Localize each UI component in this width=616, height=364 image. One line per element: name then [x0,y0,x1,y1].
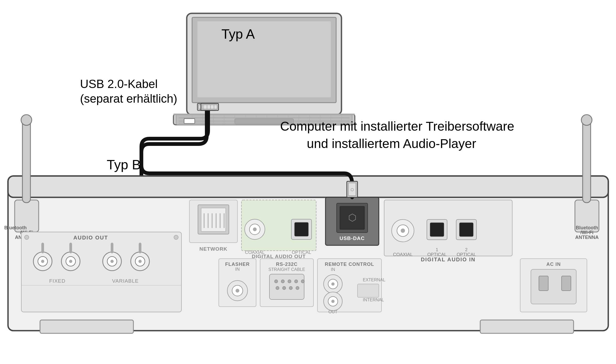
svg-rect-152 [347,181,357,197]
svg-point-60 [110,260,114,263]
svg-text:ANTENNA: ANTENNA [575,235,599,240]
svg-rect-30 [137,188,146,198]
svg-text:OPTICAL: OPTICAL [292,250,311,255]
svg-text:Bluetooth: Bluetooth [4,225,27,230]
svg-rect-144 [539,276,548,291]
svg-point-59 [107,257,117,266]
svg-rect-26 [197,103,216,110]
svg-rect-74 [201,208,226,231]
svg-rect-109 [219,259,256,307]
svg-rect-139 [357,284,379,297]
svg-point-38 [21,115,32,125]
svg-point-119 [275,280,278,283]
svg-point-87 [253,227,257,231]
svg-text:FLASHER: FLASHER [225,262,250,267]
svg-point-123 [301,280,304,283]
svg-point-51 [38,257,47,266]
svg-rect-36 [15,200,39,232]
svg-rect-115 [260,259,313,307]
svg-rect-105 [456,219,476,240]
svg-text:(separat erhältlich): (separat erhältlich) [80,92,177,105]
svg-text:AUDIO OUT: AUDIO OUT [73,235,108,241]
svg-text:COAXIAL: COAXIAL [393,252,413,257]
svg-point-63 [135,257,145,266]
svg-text:USB-DAC: USB-DAC [340,235,365,241]
svg-rect-48 [21,232,181,312]
svg-rect-90 [325,197,379,245]
svg-text:/Wi-Fi: /Wi-Fi [20,230,33,235]
svg-text:COAXIAL: COAXIAL [245,250,265,255]
svg-point-58 [103,252,121,271]
svg-point-131 [324,275,342,293]
svg-rect-42 [575,200,599,232]
svg-rect-34 [40,320,133,333]
svg-rect-27 [199,105,215,109]
svg-point-70 [174,235,178,239]
svg-text:⬡: ⬡ [203,105,206,109]
svg-rect-3 [173,114,355,125]
svg-point-126 [289,286,292,290]
svg-text:1: 1 [436,247,438,252]
svg-point-85 [245,219,265,239]
svg-point-99 [401,229,405,233]
svg-text:USB 2.0-Kabel: USB 2.0-Kabel [80,77,158,90]
svg-text:STRAIGHT CABLE: STRAIGHT CABLE [268,267,305,272]
svg-rect-146 [201,103,218,110]
svg-rect-118 [269,274,304,299]
svg-point-64 [138,260,142,263]
svg-point-132 [328,279,338,289]
svg-text:RS-232C: RS-232C [276,262,297,267]
svg-point-120 [281,280,284,283]
svg-rect-0 [187,13,341,115]
svg-rect-101 [427,219,447,240]
svg-text:OPTICAL: OPTICAL [457,252,476,257]
svg-point-50 [33,252,52,271]
svg-point-121 [288,280,291,283]
svg-text:2: 2 [465,247,468,252]
svg-point-62 [131,252,149,271]
svg-rect-24 [184,119,195,123]
svg-rect-143 [531,269,576,304]
svg-text:IN: IN [331,267,335,272]
svg-rect-25 [173,114,355,115]
svg-rect-93 [340,206,364,229]
svg-rect-32 [8,176,608,331]
svg-rect-95 [384,200,512,256]
svg-rect-23 [235,119,293,124]
svg-point-134 [324,292,342,311]
svg-point-124 [276,286,279,290]
svg-text:Bluetooth: Bluetooth [576,225,598,230]
svg-text:VARIABLE: VARIABLE [112,278,139,284]
svg-text:NETWORK: NETWORK [199,246,227,252]
svg-rect-141 [520,259,587,312]
svg-text:INTERNAL: INTERNAL [363,298,384,302]
svg-rect-43 [583,120,591,203]
svg-rect-37 [22,120,30,203]
svg-text:REMOTE CONTROL: REMOTE CONTROL [325,262,374,267]
svg-text:FIXED: FIXED [49,278,66,284]
svg-point-125 [283,286,286,290]
svg-text:/Wi-Fi: /Wi-Fi [581,230,594,235]
svg-text:AC IN: AC IN [546,262,561,267]
svg-text:EXTERNAL: EXTERNAL [363,278,386,282]
svg-rect-153 [348,183,356,196]
svg-rect-92 [337,203,368,233]
svg-point-86 [249,224,260,235]
svg-rect-89 [295,222,308,236]
svg-text:⬡: ⬡ [139,191,142,195]
svg-text:Typ B: Typ B [107,157,141,172]
svg-rect-1 [192,17,336,103]
svg-rect-33 [8,176,608,197]
svg-point-136 [331,300,335,303]
svg-rect-102 [430,223,444,237]
svg-rect-147 [202,105,217,109]
svg-rect-88 [291,219,312,239]
svg-text:IN: IN [235,267,240,272]
svg-rect-81 [241,200,316,251]
svg-point-54 [61,252,80,271]
svg-point-122 [295,280,298,283]
svg-text:ANTENNA: ANTENNA [15,235,38,240]
svg-point-114 [236,289,239,293]
svg-point-133 [331,282,335,286]
svg-rect-35 [480,320,574,333]
